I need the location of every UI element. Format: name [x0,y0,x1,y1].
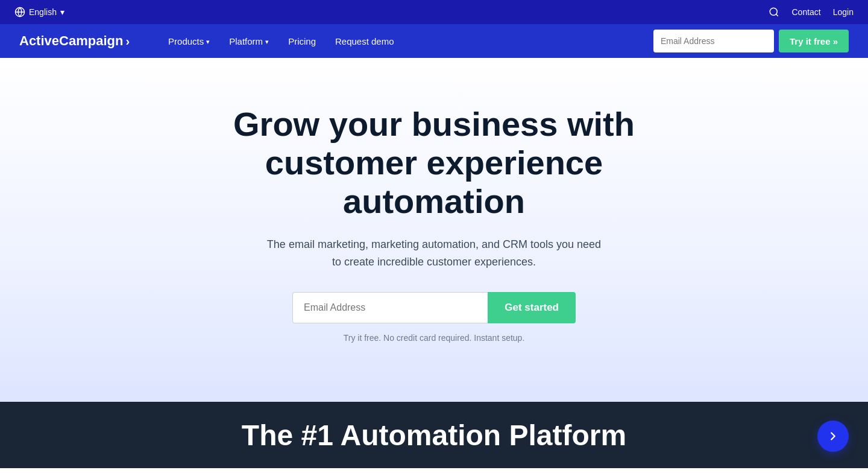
hero-note: Try it free. No credit card required. In… [344,333,525,343]
chevron-right-icon [826,430,840,443]
nav-products[interactable]: Products [159,24,219,58]
get-started-button[interactable]: Get started [488,292,576,323]
svg-point-2 [770,8,778,15]
top-bar-right: Contact Login [769,7,854,17]
logo-text: ActiveCampaign [19,33,123,49]
nav-request-demo[interactable]: Request demo [326,24,404,58]
login-link[interactable]: Login [833,7,854,17]
try-free-button[interactable]: Try it free » [779,30,849,52]
search-icon [769,7,779,17]
hero-subtitle: The email marketing, marketing automatio… [265,236,603,271]
nav-pricing[interactable]: Pricing [278,24,326,58]
hero-section: Grow your business with customer experie… [0,58,868,402]
bottom-title: The #1 Automation Platform [242,419,626,452]
svg-line-3 [776,14,778,16]
search-button[interactable] [769,7,779,17]
hero-form: Get started [292,292,576,323]
top-bar: English ▾ Contact Login [0,0,868,24]
hero-email-input[interactable] [292,292,488,323]
language-selector[interactable]: English ▾ [14,7,64,17]
platform-chevron [265,38,269,46]
nav-platform[interactable]: Platform [219,24,278,58]
contact-link[interactable]: Contact [791,7,820,17]
main-nav: ActiveCampaign› Products Platform Pricin… [0,24,868,58]
nav-right: Try it free » [653,30,849,52]
logo-arrow: › [125,34,130,48]
hero-title: Grow your business with customer experie… [199,105,669,221]
language-label: English [29,7,57,17]
floating-cta-button[interactable] [817,420,849,452]
logo[interactable]: ActiveCampaign› [19,33,130,49]
language-chevron: ▾ [60,7,64,17]
products-chevron [206,38,210,46]
nav-links: Products Platform Pricing Request demo [159,24,653,58]
bottom-section: The #1 Automation Platform [0,402,868,468]
nav-email-input[interactable] [653,30,774,52]
globe-icon [14,7,25,17]
